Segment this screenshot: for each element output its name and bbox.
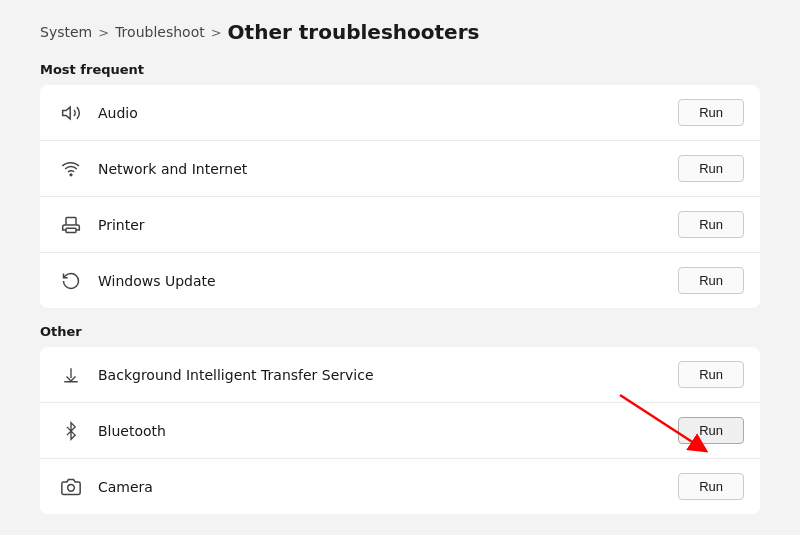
audio-run-button[interactable]: Run: [678, 99, 744, 126]
printer-icon: [56, 215, 86, 235]
bits-run-button[interactable]: Run: [678, 361, 744, 388]
windows-update-run-button[interactable]: Run: [678, 267, 744, 294]
section-label-other: Other: [40, 324, 760, 339]
bits-label: Background Intelligent Transfer Service: [98, 367, 678, 383]
network-icon: [56, 159, 86, 179]
breadcrumb: System > Troubleshoot > Other troublesho…: [40, 20, 760, 44]
other-list: Background Intelligent Transfer Service …: [40, 347, 760, 514]
section-label-most-frequent: Most frequent: [40, 62, 760, 77]
bits-icon: [56, 366, 86, 384]
network-run-button[interactable]: Run: [678, 155, 744, 182]
audio-icon: [56, 103, 86, 123]
printer-label: Printer: [98, 217, 678, 233]
network-label: Network and Internet: [98, 161, 678, 177]
svg-point-2: [70, 174, 72, 176]
printer-run-button[interactable]: Run: [678, 211, 744, 238]
breadcrumb-system[interactable]: System: [40, 24, 92, 40]
breadcrumb-troubleshoot[interactable]: Troubleshoot: [115, 24, 205, 40]
windows-update-label: Windows Update: [98, 273, 678, 289]
svg-marker-1: [63, 107, 70, 119]
camera-icon: [56, 477, 86, 497]
most-frequent-list: Audio Run Network and Internet Run: [40, 85, 760, 308]
list-item: Bluetooth Run: [40, 403, 760, 459]
list-item: Background Intelligent Transfer Service …: [40, 347, 760, 403]
list-item: Network and Internet Run: [40, 141, 760, 197]
breadcrumb-sep2: >: [211, 25, 222, 40]
svg-point-5: [68, 484, 75, 491]
bluetooth-run-button[interactable]: Run: [678, 417, 744, 444]
list-item: Windows Update Run: [40, 253, 760, 308]
bluetooth-label: Bluetooth: [98, 423, 678, 439]
svg-rect-4: [66, 217, 76, 225]
audio-label: Audio: [98, 105, 678, 121]
breadcrumb-sep1: >: [98, 25, 109, 40]
windows-update-icon: [56, 271, 86, 291]
bluetooth-icon: [56, 421, 86, 441]
page-container: System > Troubleshoot > Other troublesho…: [0, 0, 800, 535]
list-item: Printer Run: [40, 197, 760, 253]
list-item: Audio Run: [40, 85, 760, 141]
camera-label: Camera: [98, 479, 678, 495]
breadcrumb-current: Other troubleshooters: [228, 20, 480, 44]
svg-rect-3: [66, 228, 76, 232]
list-item: Camera Run: [40, 459, 760, 514]
camera-run-button[interactable]: Run: [678, 473, 744, 500]
